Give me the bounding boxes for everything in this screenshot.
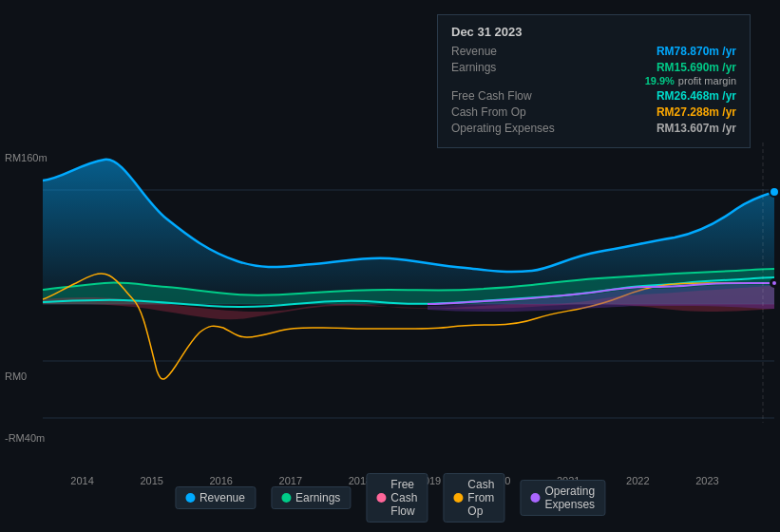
tooltip-value-cashfromop: RM27.288m /yr xyxy=(656,105,736,119)
tooltip-label-earnings: Earnings xyxy=(451,61,496,74)
tooltip-date: Dec 31 2023 xyxy=(451,25,736,39)
legend-dot-fcf xyxy=(376,493,386,503)
tooltip-value-revenue: RM78.870m /yr xyxy=(656,45,736,58)
profit-margin-row: 19.9% profit margin xyxy=(451,75,736,86)
tooltip-row-cashfromop: Cash From Op RM27.288m /yr xyxy=(451,105,736,119)
legend-dot-earnings xyxy=(281,493,291,503)
legend-item-fcf[interactable]: Free Cash Flow xyxy=(366,473,428,522)
legend-label-fcf: Free Cash Flow xyxy=(390,478,417,518)
tooltip-row-fcf: Free Cash Flow RM26.468m /yr xyxy=(451,89,736,103)
legend-label-revenue: Revenue xyxy=(200,491,245,504)
tooltip-value-opex: RM13.607m /yr xyxy=(656,122,736,135)
legend-label-cashfromop: Cash From Op xyxy=(467,478,494,518)
svg-point-6 xyxy=(770,187,779,197)
legend-dot-revenue xyxy=(185,493,195,503)
x-label-2014: 2014 xyxy=(70,475,93,486)
tooltip-value-fcf: RM26.468m /yr xyxy=(656,89,736,103)
legend-label-opex: Operating Expenses xyxy=(544,484,595,511)
chart-container: Dec 31 2023 Revenue RM78.870m /yr Earnin… xyxy=(0,0,780,532)
legend-item-opex[interactable]: Operating Expenses xyxy=(520,480,605,516)
tooltip-label-opex: Operating Expenses xyxy=(451,122,555,135)
legend-label-earnings: Earnings xyxy=(295,491,340,504)
tooltip-row-revenue: Revenue RM78.870m /yr xyxy=(451,45,736,58)
legend: Revenue Earnings Free Cash Flow Cash Fro… xyxy=(175,473,605,522)
legend-item-earnings[interactable]: Earnings xyxy=(271,486,351,509)
chart-svg xyxy=(0,142,780,484)
tooltip-row-earnings: Earnings RM15.690m /yr xyxy=(451,61,736,74)
legend-dot-cashfromop xyxy=(453,493,463,503)
tooltip-label-revenue: Revenue xyxy=(451,45,497,58)
tooltip-value-earnings: RM15.690m /yr xyxy=(656,61,736,74)
x-label-2015: 2015 xyxy=(140,475,162,486)
legend-item-revenue[interactable]: Revenue xyxy=(175,486,256,509)
x-label-2023: 2023 xyxy=(695,475,718,486)
profit-margin-value: 19.9% xyxy=(645,75,675,86)
tooltip-box: Dec 31 2023 Revenue RM78.870m /yr Earnin… xyxy=(437,14,751,148)
legend-item-cashfromop[interactable]: Cash From Op xyxy=(443,473,504,522)
profit-margin-label: profit margin xyxy=(678,75,736,86)
svg-point-8 xyxy=(771,280,777,286)
legend-dot-opex xyxy=(530,493,540,503)
tooltip-row-opex: Operating Expenses RM13.607m /yr xyxy=(451,122,736,135)
tooltip-label-fcf: Free Cash Flow xyxy=(451,89,532,103)
tooltip-label-cashfromop: Cash From Op xyxy=(451,105,526,119)
x-label-2022: 2022 xyxy=(626,475,649,486)
